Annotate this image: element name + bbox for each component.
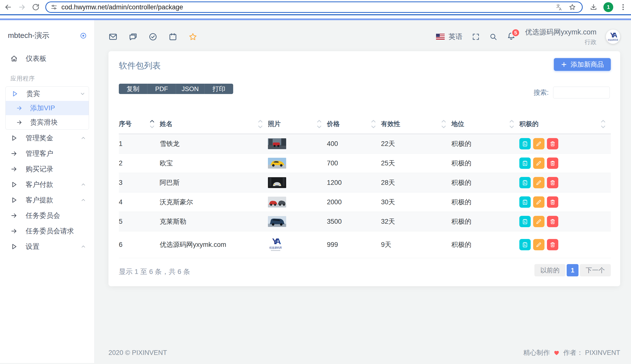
avatar[interactable]: YA 优选源码库 <box>606 30 620 44</box>
language-label[interactable]: 英语 <box>449 32 462 41</box>
packages-table: 序号 姓名 照片 价格 有效性 地位 积极的 <box>119 117 611 258</box>
sidebar-item-customer-withdrawals[interactable]: 客户提款 <box>5 193 89 207</box>
chat-icon[interactable] <box>128 32 137 41</box>
cell-name: 阿巴斯 <box>160 173 268 192</box>
column-label: 地位 <box>451 120 464 128</box>
view-button[interactable] <box>519 196 531 208</box>
sidebar-item-vip[interactable]: 贵宾 <box>6 87 89 101</box>
cell-actions <box>519 154 611 173</box>
us-flag-icon[interactable] <box>436 34 445 40</box>
translate-icon[interactable]: 文A <box>555 4 563 11</box>
pdf-button[interactable]: PDF <box>147 84 176 94</box>
pagination-prev-button[interactable]: 以前的 <box>534 264 565 276</box>
edit-button[interactable] <box>533 138 544 150</box>
browser-profile-avatar[interactable]: 1 <box>603 2 613 12</box>
column-header-no[interactable]: 序号 <box>119 117 160 134</box>
edit-button[interactable] <box>533 239 544 250</box>
column-header-validity[interactable]: 有效性 <box>381 117 451 134</box>
downloads-icon[interactable] <box>590 3 597 11</box>
address-bar[interactable]: cod.hwymw.net/admin/controller/package 文… <box>45 2 583 13</box>
sort-asc-icon[interactable] <box>317 120 321 122</box>
mail-icon[interactable] <box>108 32 118 41</box>
sort-desc-icon[interactable] <box>371 126 376 128</box>
search-icon[interactable] <box>489 33 497 41</box>
cell-validity: 30天 <box>381 192 451 212</box>
column-header-price[interactable]: 价格 <box>327 117 381 134</box>
user-menu[interactable]: 优选源码网yxymk.com 行政 <box>525 27 596 46</box>
sidebar-pin-icon[interactable] <box>80 32 87 40</box>
view-button[interactable] <box>519 158 531 169</box>
bookmark-star-icon[interactable] <box>569 4 576 11</box>
sort-desc-icon[interactable] <box>317 126 321 128</box>
sidebar-item-purchase-records[interactable]: 购买记录 <box>5 162 89 176</box>
sort-asc-icon[interactable] <box>150 120 154 122</box>
browser-back-button[interactable] <box>4 3 12 11</box>
sort-desc-icon[interactable] <box>601 126 605 128</box>
author-text: 作者： PIXINVENT <box>563 348 620 357</box>
json-button[interactable]: JSON <box>176 84 204 94</box>
edit-button[interactable] <box>533 158 544 169</box>
column-label: 积极的 <box>519 120 539 128</box>
notifications-bell[interactable]: 5 <box>507 32 516 42</box>
pencil-icon <box>536 218 542 225</box>
view-button[interactable] <box>519 138 531 150</box>
sort-desc-icon[interactable] <box>150 126 154 128</box>
cell-status: 积极的 <box>451 173 519 192</box>
sort-desc-icon[interactable] <box>442 126 446 128</box>
pagination-next-button[interactable]: 下一个 <box>580 264 611 276</box>
delete-button[interactable] <box>547 239 558 250</box>
check-circle-icon[interactable] <box>148 32 157 41</box>
print-button[interactable]: 打印 <box>204 84 233 94</box>
column-header-active[interactable]: 积极的 <box>519 117 611 134</box>
sidebar-item-manage-customers[interactable]: 管理客户 <box>5 146 89 161</box>
delete-button[interactable] <box>547 177 558 188</box>
url-text[interactable]: cod.hwymw.net/admin/controller/package <box>61 4 555 11</box>
cell-no: 4 <box>119 192 160 212</box>
sidebar-item-task-committee-requests[interactable]: 任务委员会请求 <box>5 224 89 238</box>
edit-button[interactable] <box>533 216 544 227</box>
add-product-button[interactable]: 添加新商品 <box>554 58 611 71</box>
sort-desc-icon[interactable] <box>510 126 514 128</box>
topbar: 英语 5 优选源码网yxymk.com 行政 YA 优选源码库 <box>108 20 620 46</box>
sort-asc-icon[interactable] <box>601 120 605 122</box>
copy-button[interactable]: 复制 <box>119 84 147 94</box>
sidebar-item-manage-bonus[interactable]: 管理奖金 <box>5 131 89 145</box>
sort-desc-icon[interactable] <box>258 126 263 128</box>
search-input[interactable] <box>553 87 610 98</box>
edit-button[interactable] <box>533 196 544 208</box>
sort-asc-icon[interactable] <box>442 120 446 122</box>
browser-reload-button[interactable] <box>32 3 40 11</box>
site-settings-icon[interactable] <box>51 4 57 10</box>
view-button[interactable] <box>519 177 531 188</box>
sidebar-item-add-vip[interactable]: 添加VIP <box>6 101 89 115</box>
cell-actions <box>519 231 611 258</box>
sidebar-item-customer-payments[interactable]: 客户付款 <box>5 178 89 192</box>
sidebar-item-settings[interactable]: 设置 <box>5 240 89 254</box>
view-button[interactable] <box>519 216 531 227</box>
heart-icon <box>553 350 560 356</box>
page-footer: 2020 © PIXINVENT 精心制作 作者： PIXINVENT <box>108 348 620 363</box>
favorite-star-icon[interactable] <box>188 32 197 41</box>
pagination-page-1[interactable]: 1 <box>567 264 578 276</box>
sort-asc-icon[interactable] <box>371 120 376 122</box>
sort-asc-icon[interactable] <box>258 120 263 122</box>
column-header-name[interactable]: 姓名 <box>160 117 268 134</box>
delete-button[interactable] <box>547 196 558 208</box>
browser-forward-button[interactable] <box>18 3 26 11</box>
column-header-status[interactable]: 地位 <box>451 117 519 134</box>
table-row: 2 欧宝 700 25天 积极的 <box>119 154 611 173</box>
fullscreen-icon[interactable] <box>472 33 480 41</box>
browser-menu-icon[interactable] <box>619 3 627 11</box>
sidebar-item-dashboard[interactable]: 仪表板 <box>5 52 89 66</box>
delete-button[interactable] <box>547 138 558 150</box>
sort-asc-icon[interactable] <box>510 120 514 122</box>
column-header-photo[interactable]: 照片 <box>268 117 327 134</box>
copyright-text: 2020 © PIXINVENT <box>108 349 167 356</box>
view-button[interactable] <box>519 239 531 250</box>
delete-button[interactable] <box>547 216 558 227</box>
sidebar-item-vip-slider[interactable]: 贵宾滑块 <box>6 115 89 130</box>
calendar-icon[interactable] <box>168 32 177 41</box>
sidebar-item-task-committee[interactable]: 任务委员会 <box>5 208 89 223</box>
delete-button[interactable] <box>547 158 558 169</box>
edit-button[interactable] <box>533 177 544 188</box>
